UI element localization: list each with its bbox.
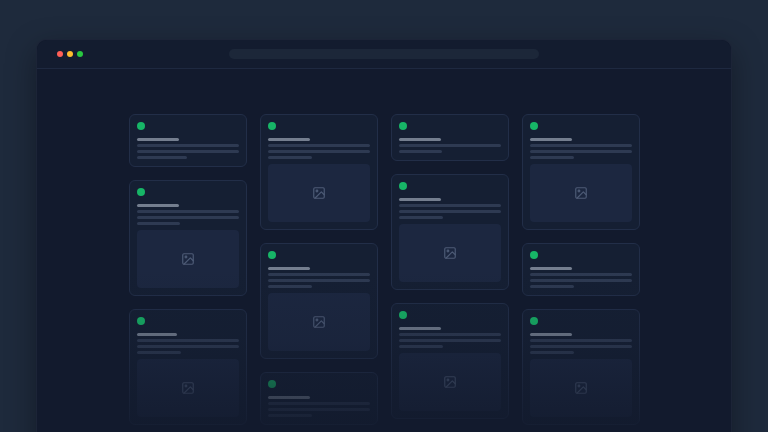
- image-icon: [312, 315, 326, 329]
- skeleton-body-line: [399, 345, 443, 348]
- feed-card[interactable]: [129, 180, 247, 296]
- skeleton-body-line: [268, 279, 370, 282]
- image-placeholder: [530, 359, 632, 417]
- status-dot: [530, 122, 538, 130]
- address-bar[interactable]: [229, 49, 539, 59]
- image-placeholder: [530, 164, 632, 222]
- skeleton-body-line: [137, 150, 239, 153]
- skeleton-title-line: [137, 204, 179, 207]
- skeleton-body-line: [530, 339, 632, 342]
- skeleton-title-line: [399, 198, 441, 201]
- skeleton-body-line: [530, 144, 632, 147]
- feed-card[interactable]: [129, 309, 247, 425]
- feed-card[interactable]: [522, 114, 640, 230]
- traffic-light-minimize-button[interactable]: [67, 51, 73, 57]
- status-dot: [268, 380, 276, 388]
- skeleton-body-line: [399, 144, 501, 147]
- skeleton-title-line: [399, 138, 441, 141]
- traffic-light-zoom-button[interactable]: [77, 51, 83, 57]
- skeleton-body-line: [268, 414, 312, 417]
- feed-card[interactable]: [522, 243, 640, 296]
- status-dot: [268, 251, 276, 259]
- status-dot: [530, 317, 538, 325]
- skeleton-body-line: [530, 273, 632, 276]
- status-dot: [399, 122, 407, 130]
- skeleton-body-line: [137, 156, 187, 159]
- traffic-lights: [37, 51, 83, 57]
- skeleton-body-line: [137, 339, 239, 342]
- browser-window: [36, 39, 732, 432]
- image-icon: [181, 381, 195, 395]
- skeleton-body-line: [137, 222, 180, 225]
- status-dot: [530, 251, 538, 259]
- skeleton-body-line: [137, 216, 239, 219]
- skeleton-body-line: [268, 144, 370, 147]
- skeleton-body-line: [268, 156, 312, 159]
- window-titlebar: [37, 40, 731, 69]
- feed-column-3: [391, 114, 509, 425]
- desktop-background: [0, 0, 768, 432]
- skeleton-body-line: [399, 204, 501, 207]
- image-placeholder: [268, 293, 370, 351]
- feed-card[interactable]: [260, 114, 378, 230]
- image-icon: [181, 252, 195, 266]
- image-icon: [574, 381, 588, 395]
- skeleton-body-line: [399, 333, 501, 336]
- skeleton-title-line: [137, 138, 179, 141]
- skeleton-body-line: [268, 408, 370, 411]
- status-dot: [137, 188, 145, 196]
- feed-card[interactable]: [391, 114, 509, 161]
- status-dot: [137, 122, 145, 130]
- skeleton-body-line: [530, 156, 574, 159]
- status-dot: [268, 122, 276, 130]
- image-icon: [443, 375, 457, 389]
- feed-card[interactable]: [391, 303, 509, 419]
- skeleton-title-line: [268, 396, 310, 399]
- skeleton-body-line: [137, 345, 239, 348]
- skeleton-title-line: [137, 333, 177, 336]
- skeleton-body-line: [268, 150, 370, 153]
- skeleton-body-line: [399, 216, 443, 219]
- image-icon: [312, 186, 326, 200]
- feed-card[interactable]: [522, 309, 640, 425]
- image-placeholder: [137, 230, 239, 288]
- image-icon: [443, 246, 457, 260]
- feed-column-2: [260, 114, 378, 425]
- skeleton-body-line: [268, 402, 370, 405]
- feed-card[interactable]: [260, 372, 378, 425]
- skeleton-title-line: [268, 267, 310, 270]
- skeleton-title-line: [268, 138, 310, 141]
- feed-card[interactable]: [129, 114, 247, 167]
- skeleton-body-line: [399, 339, 501, 342]
- feed-card[interactable]: [260, 243, 378, 359]
- skeleton-body-line: [268, 285, 312, 288]
- traffic-light-close-button[interactable]: [57, 51, 63, 57]
- image-placeholder: [399, 224, 501, 282]
- image-placeholder: [399, 353, 501, 411]
- status-dot: [399, 311, 407, 319]
- status-dot: [399, 182, 407, 190]
- skeleton-body-line: [530, 285, 574, 288]
- skeleton-body-line: [137, 144, 239, 147]
- skeleton-body-line: [137, 351, 181, 354]
- image-icon: [574, 186, 588, 200]
- status-dot: [137, 317, 145, 325]
- image-placeholder: [268, 164, 370, 222]
- feed-column-4: [522, 114, 640, 425]
- feed-card[interactable]: [391, 174, 509, 290]
- skeleton-body-line: [530, 351, 574, 354]
- skeleton-body-line: [137, 210, 239, 213]
- skeleton-body-line: [530, 345, 632, 348]
- feed-grid: [37, 69, 731, 425]
- skeleton-body-line: [530, 279, 632, 282]
- feed-column-1: [129, 114, 247, 425]
- skeleton-title-line: [530, 333, 572, 336]
- skeleton-body-line: [399, 150, 442, 153]
- image-placeholder: [137, 359, 239, 417]
- skeleton-title-line: [530, 267, 572, 270]
- skeleton-title-line: [530, 138, 572, 141]
- skeleton-title-line: [399, 327, 441, 330]
- skeleton-body-line: [268, 273, 370, 276]
- skeleton-body-line: [530, 150, 632, 153]
- skeleton-body-line: [399, 210, 501, 213]
